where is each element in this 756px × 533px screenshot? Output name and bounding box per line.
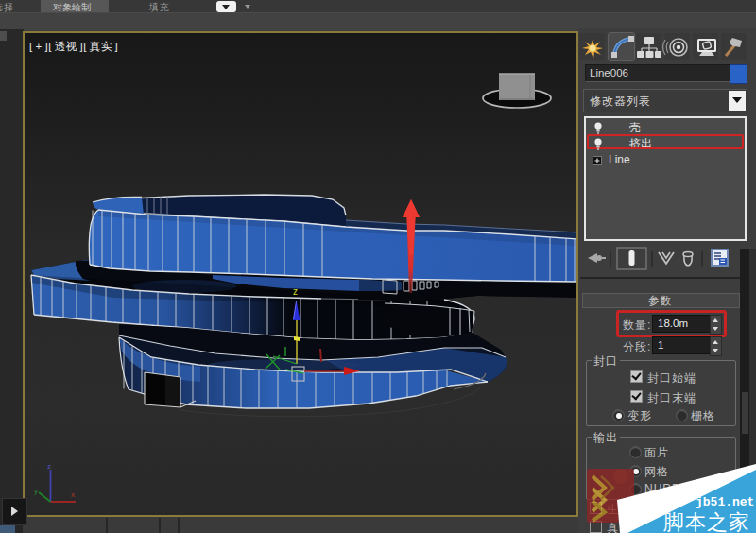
svg-text:y: y bbox=[34, 487, 38, 495]
svg-text:x: x bbox=[71, 490, 75, 499]
svg-text:z: z bbox=[293, 286, 298, 297]
svg-text:z: z bbox=[47, 462, 51, 471]
